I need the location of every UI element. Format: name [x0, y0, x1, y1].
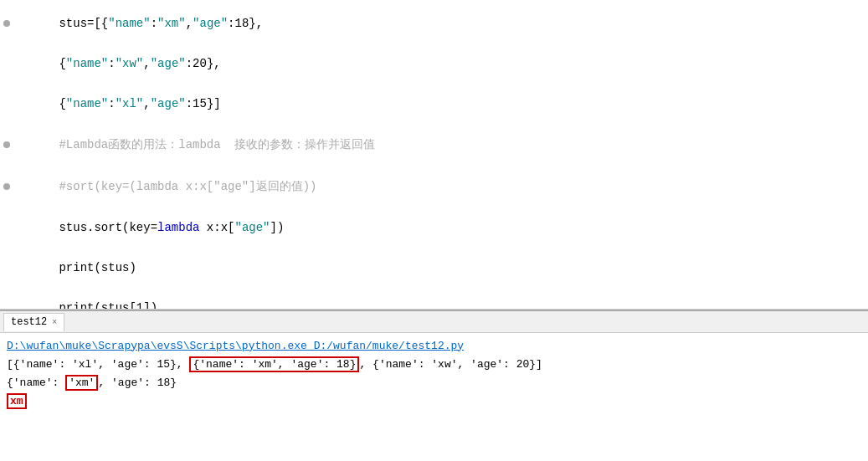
- terminal-tab-label: test12: [11, 316, 47, 328]
- code-line-5: #sort(key=(lambda x:x["age"]返回的值)): [0, 166, 868, 207]
- terminal-tabs-bar: test12 ×: [0, 311, 868, 333]
- code-line-8: print(stus[1]): [0, 288, 868, 310]
- code-line-7: print(stus): [0, 248, 868, 288]
- terminal-panel: test12 × D:\wufan\muke\Scrapypa\evsS\Scr…: [0, 310, 868, 461]
- output-xm-box: xm: [7, 393, 27, 409]
- terminal-output-line1: [{'name': 'xl', 'age': 15}, {'name': 'xm…: [7, 355, 861, 373]
- terminal-tab-test12[interactable]: test12 ×: [3, 313, 64, 331]
- output-line2-highlighted: 'xm': [65, 375, 98, 391]
- line-4-content: #Lambda函数的用法：lambda 接收的参数：操作并返回值: [17, 124, 375, 166]
- code-line-2: {"name":"xw","age":20},: [0, 44, 868, 84]
- terminal-path-text: D:\wufan\muke\Scrapypa\evsS\Scripts\pyth…: [7, 340, 464, 352]
- line-8-content: print(stus[1]): [17, 288, 157, 310]
- code-line-4: #Lambda函数的用法：lambda 接收的参数：操作并返回值: [0, 124, 868, 166]
- output-line1-pre: [{'name': 'xl', 'age': 15},: [7, 358, 189, 371]
- line-2-content: {"name":"xw","age":20},: [17, 44, 221, 84]
- line-3-content: {"name":"xl","age":15}]: [17, 84, 221, 124]
- line-6-content: stus.sort(key=lambda x:x["age"]): [17, 207, 284, 248]
- terminal-path-line: D:\wufan\muke\Scrapypa\evsS\Scripts\pyth…: [7, 336, 861, 355]
- terminal-output: D:\wufan\muke\Scrapypa\evsS\Scripts\pyth…: [0, 333, 868, 461]
- line-gutter-5: [3, 183, 17, 190]
- code-line-3: {"name":"xl","age":15}]: [0, 84, 868, 124]
- line-7-content: print(stus): [17, 248, 136, 288]
- output-line2-post: , 'age': 18}: [98, 376, 177, 389]
- output-line1-post: , {'name': 'xw', 'age': 20}]: [359, 358, 542, 371]
- line-gutter-4: [3, 141, 17, 148]
- code-editor: stus=[{"name":"xm","age":18}, {"name":"x…: [0, 0, 868, 310]
- line-5-content: #sort(key=(lambda x:x["age"]返回的值)): [17, 166, 316, 207]
- line-gutter-1: [3, 20, 17, 27]
- terminal-output-line2: {'name': 'xm', 'age': 18}: [7, 373, 861, 392]
- code-line-1: stus=[{"name":"xm","age":18},: [0, 3, 868, 44]
- terminal-tab-close[interactable]: ×: [52, 318, 57, 327]
- output-line1-highlighted: {'name': 'xm', 'age': 18}: [189, 356, 359, 372]
- output-line2-pre: {'name':: [7, 376, 65, 389]
- line-1-content: stus=[{"name":"xm","age":18},: [17, 3, 263, 44]
- terminal-output-line3: xm: [7, 392, 861, 410]
- code-line-6: stus.sort(key=lambda x:x["age"]): [0, 207, 868, 248]
